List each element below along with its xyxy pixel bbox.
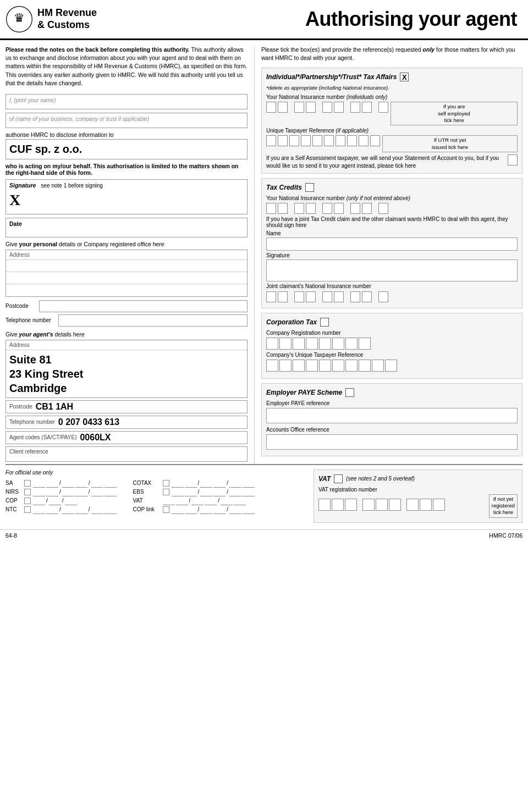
vat-title: VAT (318, 475, 331, 483)
accounts-office-input[interactable] (266, 434, 518, 450)
vat-reg-row: If not yet registered tick here (318, 494, 518, 518)
vat-section: VAT (see notes 2 and 5 overleaf) VAT reg… (314, 469, 522, 523)
agent-addr-line2: 23 King Street (9, 367, 244, 381)
individual-tax-checkbox[interactable] (400, 73, 409, 81)
date-section[interactable]: Date (6, 218, 248, 237)
coplink-checkbox[interactable] (163, 506, 169, 513)
vat-checkbox[interactable] (334, 474, 343, 483)
joint-signature-input[interactable] (266, 259, 518, 281)
company-utr-label: Company's Unique Taxpayer Reference (266, 352, 518, 358)
utr-box-5[interactable] (312, 135, 322, 146)
corporation-tax-section: Corporation Tax Company Registration num… (261, 313, 522, 379)
utr-box-4[interactable] (301, 135, 311, 146)
ntc-checkbox[interactable] (24, 506, 31, 513)
address-line-2[interactable] (6, 272, 247, 284)
employer-paye-checkbox[interactable] (345, 388, 354, 397)
right-intro: Please tick the box(es) and provide the … (261, 46, 522, 62)
telephone-field[interactable] (58, 314, 248, 327)
agent-tel-value: 0 207 0433 613 (58, 417, 119, 427)
signature-section[interactable]: Signature see note 1 before signing X (6, 179, 248, 214)
ni-box-8[interactable] (362, 102, 372, 113)
nirs-date: / / (33, 488, 117, 496)
tax-credits-section: Tax Credits Your National Insurance numb… (261, 178, 522, 308)
official-row-ntc: NTC / / (6, 505, 117, 514)
ni-box-9[interactable] (378, 102, 388, 113)
postcode-row: Postcode (6, 300, 248, 312)
official-row-coplink: COP link / / (133, 505, 255, 514)
footer-left: 64-8 (6, 532, 17, 539)
self-employed-note[interactable]: If you are self employed tick here (391, 102, 518, 125)
ni-box-4[interactable] (306, 102, 316, 113)
postcode-label: Postcode (6, 303, 36, 309)
official-rows: SA / / NI (6, 479, 302, 514)
utr-note[interactable]: If UTR not yet issued tick here (382, 135, 518, 152)
address-label: Address (6, 250, 247, 260)
ni-box-2[interactable] (278, 102, 288, 113)
accounts-office-label: Accounts Office reference (266, 427, 518, 433)
ni-boxes-group (266, 102, 388, 115)
address-line-3[interactable] (6, 284, 247, 296)
ni-box-3[interactable] (294, 102, 304, 113)
personal-details-label: Give your personal details or Company re… (6, 241, 248, 247)
ebs-checkbox[interactable] (163, 489, 169, 495)
statement-checkbox[interactable] (508, 154, 518, 165)
utr-box-2[interactable] (278, 135, 288, 146)
signature-note: see note 1 before signing (41, 183, 103, 189)
agent-postcode-row: Postcode CB1 1AH (6, 400, 248, 413)
employer-paye-header: Employer PAYE Scheme (266, 388, 518, 397)
joint-name-input[interactable] (266, 237, 518, 251)
agent-address-container: Address Suite 81 23 King Street Cambridg… (6, 340, 248, 398)
official-right-rows: COTAX / / (133, 479, 255, 514)
agent-name-value: CUF sp. z o.o. (9, 143, 82, 155)
name-field[interactable]: I, (print your name) (6, 94, 248, 109)
utr-box-6[interactable] (324, 135, 334, 146)
address-line-1[interactable] (6, 260, 247, 272)
crown-icon: ♛ (6, 5, 33, 33)
cop-date: / / (33, 496, 77, 505)
corp-tax-checkbox[interactable] (320, 318, 329, 327)
right-intro-bold: only (423, 46, 435, 53)
ni-box-7[interactable] (350, 102, 360, 113)
signature-label: Signature (9, 182, 36, 189)
agent-postcode-label: Postcode (9, 404, 32, 410)
page-header: ♛ HM Revenue & Customs Authorising your … (0, 0, 528, 40)
ni-boxes (266, 102, 388, 113)
postcode-field[interactable] (39, 300, 248, 312)
agent-address-content: Suite 81 23 King Street Cambridge (6, 350, 247, 397)
utr-box-3[interactable] (289, 135, 299, 146)
ntc-date: / / (33, 505, 117, 514)
cotax-date: / / (172, 479, 255, 488)
ni-box-5[interactable] (322, 102, 332, 113)
utr-box-8[interactable] (347, 135, 357, 146)
tax-credits-header: Tax Credits (266, 183, 518, 192)
right-column: Please tick the box(es) and provide the … (261, 46, 522, 464)
business-field[interactable]: of (name of your business, company or tr… (6, 113, 248, 128)
statement-text: If you are a Self Assessment taxpayer, w… (266, 154, 504, 170)
cop-checkbox[interactable] (24, 498, 31, 504)
vat-not-registered-note[interactable]: If not yet registered tick here (489, 494, 518, 518)
personal-address-container: Address (6, 250, 248, 297)
cotax-checkbox[interactable] (163, 480, 169, 487)
official-row-cop: COP / / (6, 496, 117, 505)
logo-text: HM Revenue & Customs (37, 7, 97, 31)
utr-box-9[interactable] (359, 135, 369, 146)
ni-box-6[interactable] (334, 102, 344, 113)
paye-ref-input[interactable] (266, 408, 518, 423)
utr-box-7[interactable] (336, 135, 345, 146)
tax-credits-checkbox[interactable] (305, 183, 314, 192)
main-content: Please read the notes on the back before… (0, 40, 528, 464)
utr-box-1[interactable] (266, 135, 276, 146)
utr-box-10[interactable] (370, 135, 380, 146)
tel-label: Telephone number (6, 317, 55, 323)
agent-address-label: Address (6, 340, 247, 350)
page: ♛ HM Revenue & Customs Authorising your … (0, 0, 528, 541)
sa-checkbox[interactable] (24, 480, 31, 487)
signature-x: X (9, 189, 244, 212)
logo: ♛ HM Revenue & Customs (6, 5, 97, 33)
left-column: Please read the notes on the back before… (6, 46, 248, 464)
ni-box-1[interactable] (266, 102, 276, 113)
client-ref-row[interactable]: Client reference (6, 446, 248, 462)
logo-line1: HM Revenue (37, 7, 97, 19)
nirs-checkbox[interactable] (24, 489, 31, 495)
official-row-sa: SA / / (6, 479, 117, 488)
